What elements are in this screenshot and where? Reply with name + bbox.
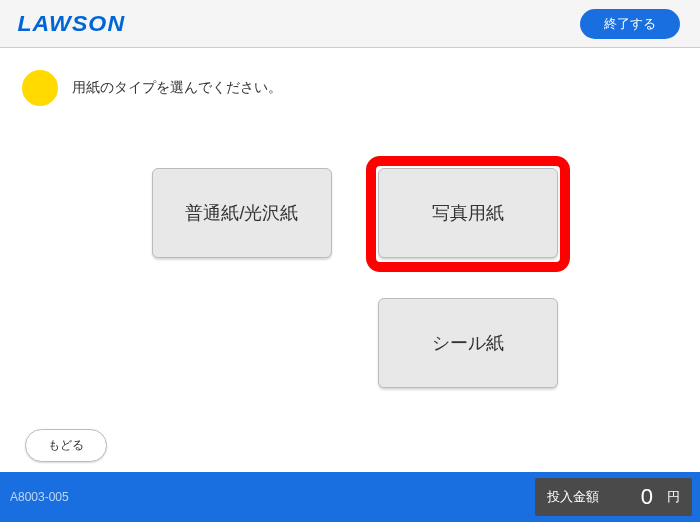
option-seal-paper[interactable]: シール紙 (378, 298, 558, 388)
back-button[interactable]: もどる (25, 429, 107, 462)
instruction-text: 用紙のタイプを選んでください。 (72, 79, 282, 97)
lawson-logo: LAWSON (17, 11, 125, 37)
option-plain-gloss-paper[interactable]: 普通紙/光沢紙 (152, 168, 332, 258)
step-indicator-icon (22, 70, 58, 106)
footer-bar: A8003-005 投入金額 0 円 (0, 472, 700, 522)
amount-label: 投入金額 (547, 488, 599, 506)
end-button[interactable]: 終了する (580, 9, 680, 39)
header-bar: LAWSON 終了する (0, 0, 700, 48)
inserted-amount-box: 投入金額 0 円 (535, 478, 692, 516)
amount-unit: 円 (667, 488, 680, 506)
amount-value: 0 (613, 484, 653, 510)
option-photo-paper[interactable]: 写真用紙 (378, 168, 558, 258)
screen-code: A8003-005 (10, 490, 69, 504)
instruction-row: 用紙のタイプを選んでください。 (0, 48, 700, 106)
options-area: 普通紙/光沢紙 写真用紙 シール紙 (0, 106, 700, 406)
